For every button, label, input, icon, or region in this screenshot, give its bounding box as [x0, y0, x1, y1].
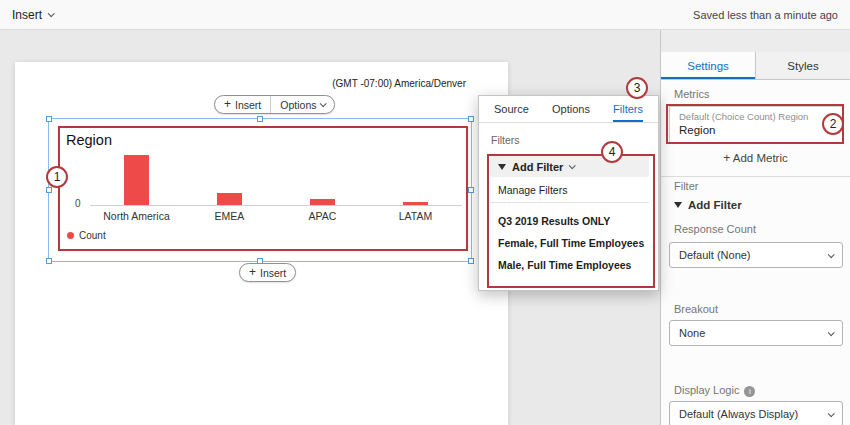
insert-below-label: Insert — [260, 267, 286, 279]
resize-handle[interactable] — [468, 258, 474, 264]
menu-divider — [490, 202, 649, 203]
timezone-label: (GMT -07:00) America/Denver — [332, 78, 466, 89]
bar-north-america — [124, 155, 149, 205]
chevron-down-icon — [828, 329, 835, 336]
bar-category-label: APAC — [276, 210, 369, 222]
bar-labels: North AmericaEMEAAPACLATAM — [90, 210, 462, 222]
topbar: Insert Saved less than a minute ago — [0, 0, 850, 30]
display-logic-label: Display Logici — [674, 384, 755, 397]
bar-chart — [90, 155, 462, 205]
filter-funnel-icon — [498, 164, 506, 170]
resize-handle[interactable] — [468, 187, 474, 193]
tab-options[interactable]: Options — [552, 96, 590, 122]
insert-menu-label: Insert — [12, 8, 42, 22]
tab-filters[interactable]: Filters — [613, 96, 643, 122]
panel-tabs: Source Options Filters — [479, 96, 658, 123]
legend-label: Count — [79, 230, 106, 241]
bar-column — [276, 155, 369, 205]
report-page: (GMT -07:00) America/Denver + Insert Opt… — [15, 62, 508, 425]
insert-below-button[interactable]: + Insert — [239, 263, 296, 282]
tab-settings[interactable]: Settings — [661, 52, 755, 79]
bar-column — [183, 155, 276, 205]
metric-subtitle: Default (Choice Count) Region — [679, 111, 833, 122]
plus-icon: + — [723, 151, 730, 165]
info-icon: i — [744, 386, 755, 397]
add-filter-label: Add Filter — [512, 161, 563, 173]
bar-column — [369, 155, 462, 205]
breakout-label: Breakout — [674, 303, 718, 315]
options-button-label: Options — [280, 99, 316, 111]
filter-funnel-icon — [674, 202, 682, 208]
add-filter-dropdown[interactable]: Add Filter — [490, 156, 649, 177]
resize-handle[interactable] — [257, 116, 263, 122]
chart-legend: Count — [67, 230, 106, 241]
menu-item-filter[interactable]: Q3 2019 Results ONLY — [498, 215, 610, 227]
insert-button-label: Insert — [235, 99, 261, 111]
metrics-label: Metrics — [674, 88, 709, 100]
divider — [661, 176, 850, 177]
sidebar-add-filter-label: Add Filter — [688, 199, 742, 211]
legend-dot-icon — [67, 232, 74, 239]
plus-icon: + — [249, 266, 256, 278]
filters-section-label: Filters — [491, 134, 520, 146]
display-logic-label-text: Display Logic — [674, 384, 739, 396]
add-metric-label: Add Metric — [733, 152, 788, 164]
resize-handle[interactable] — [46, 187, 52, 193]
chevron-down-icon — [320, 100, 327, 107]
callout-4: 4 — [601, 141, 623, 163]
settings-sidebar: Settings Styles Metrics Default (Choice … — [660, 30, 850, 425]
menu-item-filter[interactable]: Female, Full Time Employees — [498, 237, 644, 249]
bar-emea — [217, 193, 242, 205]
tab-styles[interactable]: Styles — [755, 52, 850, 79]
metric-title: Region — [679, 124, 833, 136]
menu-item-manage-filters[interactable]: Manage Filters — [498, 184, 567, 196]
filter-label: Filter — [674, 180, 698, 192]
menu-item-filter[interactable]: Male, Full Time Employees — [498, 259, 631, 271]
callout-3: 3 — [626, 77, 648, 99]
resize-handle[interactable] — [46, 258, 52, 264]
bar-column — [90, 155, 183, 205]
breakout-value: None — [679, 327, 705, 339]
chevron-down-icon — [828, 251, 835, 258]
add-metric-button[interactable]: + Add Metric — [661, 152, 850, 164]
insert-menu[interactable]: Insert — [12, 8, 53, 22]
metric-item[interactable]: Default (Choice Count) Region Region — [669, 106, 843, 143]
response-count-value: Default (None) — [679, 249, 751, 261]
tab-source[interactable]: Source — [494, 96, 529, 122]
display-logic-value: Default (Always Display) — [679, 408, 798, 420]
bar-category-label: LATAM — [369, 210, 462, 222]
plus-icon: + — [224, 98, 231, 110]
chevron-down-icon — [569, 162, 576, 169]
display-logic-select[interactable]: Default (Always Display) — [669, 401, 843, 425]
sidebar-add-filter-button[interactable]: Add Filter — [674, 199, 742, 211]
chevron-down-icon — [828, 410, 835, 417]
breakout-select[interactable]: None — [669, 320, 843, 346]
widget-toolbar: + Insert Options — [214, 95, 335, 114]
chevron-down-icon — [48, 10, 55, 17]
y-axis-zero-label: 0 — [75, 198, 81, 209]
chart-title: Region — [66, 132, 112, 148]
x-axis-line — [90, 205, 462, 206]
resize-handle[interactable] — [468, 116, 474, 122]
insert-button[interactable]: + Insert — [215, 96, 270, 113]
sidebar-tabs: Settings Styles — [661, 52, 850, 80]
callout-2: 2 — [822, 113, 844, 135]
save-status: Saved less than a minute ago — [693, 9, 838, 21]
resize-handle[interactable] — [46, 116, 52, 122]
widget-edit-panel: Source Options Filters Filters Add Filte… — [478, 95, 659, 291]
callout-1: 1 — [46, 166, 68, 188]
response-count-select[interactable]: Default (None) — [669, 242, 843, 268]
bar-category-label: North America — [90, 210, 183, 222]
response-count-label: Response Count — [674, 223, 756, 235]
bar-category-label: EMEA — [183, 210, 276, 222]
options-button[interactable]: Options — [270, 96, 334, 113]
